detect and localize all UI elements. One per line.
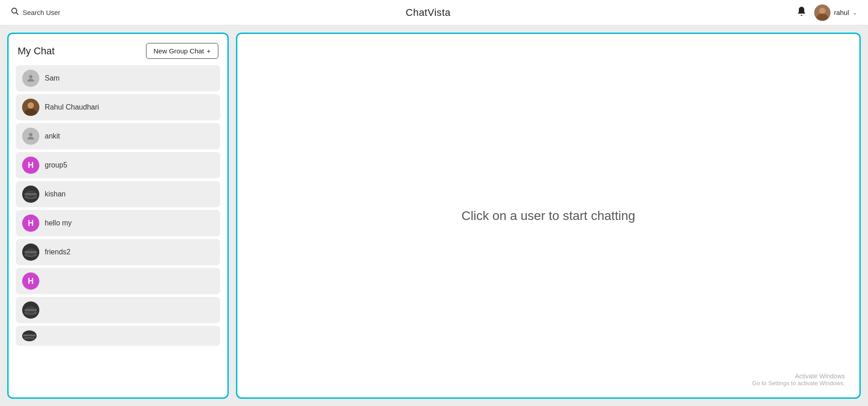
avatar bbox=[22, 70, 39, 87]
list-item[interactable]: H hello my bbox=[16, 210, 220, 236]
main-content: My Chat New Group Chat + Sam bbox=[0, 25, 868, 406]
avatar bbox=[22, 244, 39, 261]
svg-point-5 bbox=[820, 8, 825, 14]
bell-icon[interactable] bbox=[796, 6, 807, 19]
activate-windows-title: Activate Windows bbox=[752, 373, 845, 380]
avatar: H bbox=[22, 215, 39, 232]
navbar: Search User ChatVista rahul ⌄ bbox=[0, 0, 868, 25]
svg-rect-20 bbox=[23, 334, 36, 336]
avatar bbox=[814, 5, 830, 21]
avatar: H bbox=[22, 157, 39, 174]
new-group-chat-label: New Group Chat bbox=[154, 47, 204, 55]
chat-item-name: Sam bbox=[45, 74, 60, 82]
plus-icon: + bbox=[207, 47, 211, 55]
list-item[interactable]: H group5 bbox=[16, 152, 220, 178]
svg-rect-13 bbox=[24, 193, 37, 195]
avatar bbox=[22, 128, 39, 145]
list-item[interactable]: Sam bbox=[16, 65, 220, 91]
user-menu[interactable]: rahul ⌄ bbox=[814, 5, 857, 21]
activate-windows-notice: Activate Windows Go to Settings to activ… bbox=[752, 373, 845, 387]
svg-point-6 bbox=[29, 75, 32, 78]
chevron-down-icon: ⌄ bbox=[853, 10, 857, 16]
start-chat-placeholder: Click on a user to start chatting bbox=[462, 209, 635, 223]
chat-item-name: friends2 bbox=[45, 248, 71, 256]
my-chat-title: My Chat bbox=[18, 45, 55, 57]
list-item[interactable]: kishan bbox=[16, 181, 220, 207]
search-user-button[interactable]: Search User bbox=[11, 7, 60, 18]
svg-rect-16 bbox=[24, 251, 37, 253]
list-item[interactable] bbox=[16, 326, 220, 346]
activate-windows-subtitle: Go to Settings to activate Windows. bbox=[752, 380, 845, 387]
chat-item-name: Rahul Chaudhari bbox=[45, 103, 99, 111]
avatar bbox=[22, 330, 37, 341]
svg-rect-19 bbox=[24, 309, 37, 311]
svg-rect-21 bbox=[24, 337, 35, 339]
search-icon bbox=[11, 7, 19, 18]
right-panel: Click on a user to start chatting Activa… bbox=[236, 33, 861, 399]
app-title: ChatVista bbox=[406, 7, 450, 19]
avatar bbox=[22, 186, 39, 203]
chat-item-name: hello my bbox=[45, 219, 72, 227]
chat-item-name: group5 bbox=[45, 161, 67, 169]
chat-item-name: ankit bbox=[45, 132, 60, 140]
new-group-chat-button[interactable]: New Group Chat + bbox=[146, 43, 218, 59]
list-item[interactable] bbox=[16, 297, 220, 323]
avatar bbox=[22, 99, 39, 116]
navbar-right: rahul ⌄ bbox=[796, 5, 857, 21]
list-item[interactable]: friends2 bbox=[16, 239, 220, 265]
avatar: H bbox=[22, 272, 39, 290]
chat-item-name: kishan bbox=[45, 190, 66, 198]
search-user-label: Search User bbox=[23, 9, 60, 16]
left-panel-header: My Chat New Group Chat + bbox=[9, 34, 227, 65]
left-panel: My Chat New Group Chat + Sam bbox=[7, 33, 229, 399]
svg-line-1 bbox=[16, 13, 18, 14]
list-item[interactable]: H bbox=[16, 268, 220, 294]
avatar bbox=[22, 301, 39, 319]
list-item[interactable]: ankit bbox=[16, 123, 220, 149]
username-label: rahul bbox=[834, 9, 849, 16]
chat-list: Sam Rahul Chaudhari bbox=[9, 65, 227, 397]
list-item[interactable]: Rahul Chaudhari bbox=[16, 94, 220, 120]
svg-point-8 bbox=[28, 102, 34, 109]
svg-point-10 bbox=[29, 133, 32, 136]
